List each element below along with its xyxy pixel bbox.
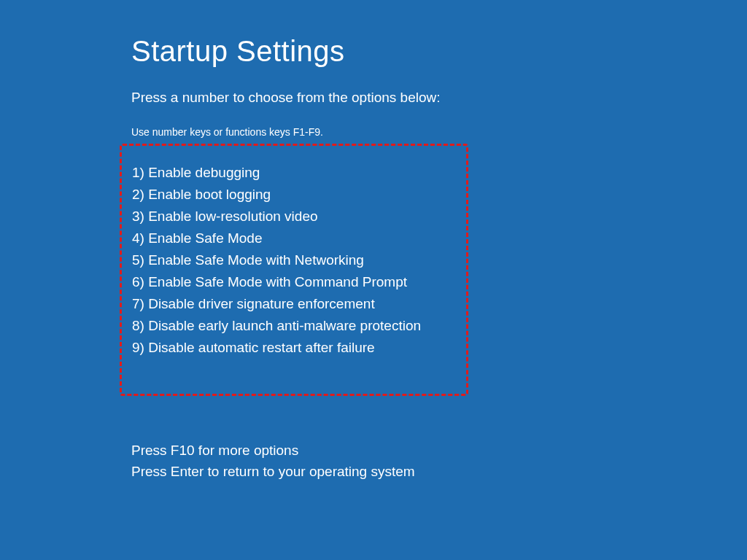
option-2[interactable]: 2) Enable boot logging xyxy=(132,184,456,206)
option-9[interactable]: 9) Disable automatic restart after failu… xyxy=(132,337,456,359)
option-7[interactable]: 7) Disable driver signature enforcement xyxy=(132,293,456,315)
option-3[interactable]: 3) Enable low-resolution video xyxy=(132,206,456,228)
options-list: 1) Enable debugging 2) Enable boot loggi… xyxy=(132,162,456,359)
option-8[interactable]: 8) Disable early launch anti-malware pro… xyxy=(132,315,456,337)
option-6[interactable]: 6) Enable Safe Mode with Command Prompt xyxy=(132,271,456,293)
hint: Use number keys or functions keys F1-F9. xyxy=(131,126,747,138)
footer-instructions: Press F10 for more options Press Enter t… xyxy=(131,440,747,482)
option-5[interactable]: 5) Enable Safe Mode with Networking xyxy=(132,249,456,271)
option-4[interactable]: 4) Enable Safe Mode xyxy=(132,228,456,249)
options-highlight-box: 1) Enable debugging 2) Enable boot loggi… xyxy=(120,144,468,396)
subtitle: Press a number to choose from the option… xyxy=(131,90,747,106)
startup-settings-screen: Startup Settings Press a number to choos… xyxy=(0,0,747,482)
return-line: Press Enter to return to your operating … xyxy=(131,461,747,482)
more-options-line: Press F10 for more options xyxy=(131,440,747,461)
page-title: Startup Settings xyxy=(131,35,747,68)
option-1[interactable]: 1) Enable debugging xyxy=(132,162,456,184)
